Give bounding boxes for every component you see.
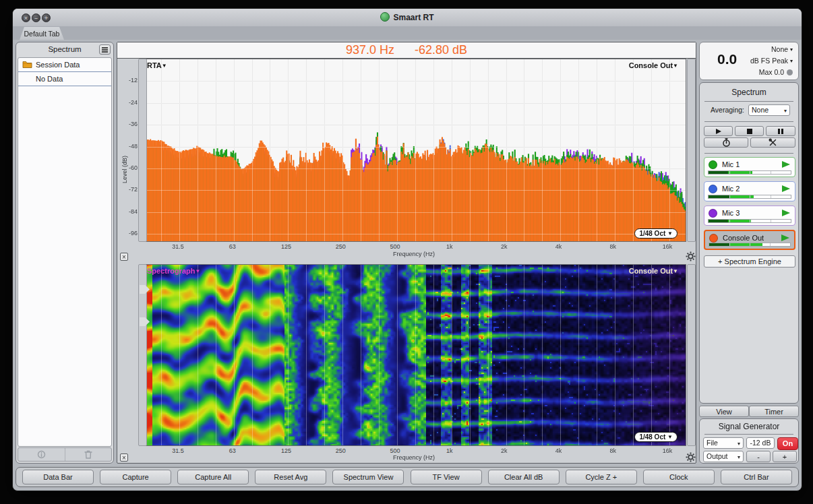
x-tick-label: 250 <box>336 243 346 250</box>
peak-indicator-icon[interactable] <box>787 69 793 75</box>
play-button[interactable] <box>704 126 733 136</box>
tools-button[interactable] <box>750 137 795 148</box>
pause-icon <box>781 129 783 134</box>
chevron-down-icon: ▾ <box>737 452 740 462</box>
tf-view-button[interactable]: TF View <box>411 470 482 484</box>
rta-right-scrollbar[interactable] <box>687 59 696 242</box>
x-tick-label: 250 <box>336 447 346 454</box>
rta-left-track[interactable] <box>138 59 147 242</box>
quick-access-bar: Data BarCaptureCapture AllReset AvgSpect… <box>16 467 799 487</box>
meter-max: Max 0.0 <box>759 68 793 76</box>
x-tick-label: 16k <box>663 243 673 250</box>
spectrum-view-button[interactable]: Spectrum View <box>332 470 404 484</box>
app-title: Smaart RT <box>13 12 802 22</box>
graph-area: 937.0 Hz -62.80 dB RTA▼ Console Out▼ 1/4… <box>117 42 696 464</box>
x-tick-label: 31.5 <box>172 243 184 250</box>
channel-strip-mic-3[interactable]: Mic 3 <box>704 206 795 226</box>
spectrograph-settings-gear-icon[interactable] <box>686 452 696 462</box>
spectrograph-trace-selector[interactable]: Console Out▼ <box>629 267 678 275</box>
y-tick-label: -12 <box>117 77 138 84</box>
clock-button[interactable]: Clock <box>643 470 715 484</box>
channel-strip-mic-1[interactable]: Mic 1 <box>704 157 795 177</box>
y-tick-label: -84 <box>117 208 138 215</box>
channel-active-arrow-icon[interactable] <box>782 161 790 168</box>
view-button[interactable]: View <box>699 406 749 417</box>
generator-on-button[interactable]: On <box>777 437 798 450</box>
rta-x-axis-label: Frequency (Hz) <box>393 251 435 257</box>
channel-strip-mic-2[interactable]: Mic 2 <box>704 181 795 201</box>
delete-button[interactable] <box>65 448 112 461</box>
list-item-no-data[interactable]: No Data <box>18 72 111 86</box>
channel-strip-console-out[interactable]: Console Out <box>704 230 795 250</box>
tab-default[interactable]: Default Tab <box>20 27 64 40</box>
data-library-header: Spectrum <box>16 42 113 57</box>
spectrograph-plot[interactable] <box>142 264 686 446</box>
generator-level-field[interactable]: -12 dB <box>746 437 775 449</box>
channel-level-meter <box>709 243 791 247</box>
x-tick-label: 500 <box>390 447 400 454</box>
content-area: Spectrum Session Data No Data <box>13 40 802 466</box>
rta-plot[interactable] <box>142 59 686 242</box>
rta-type-selector[interactable]: RTA▼ <box>147 61 167 69</box>
meter-unit-selector[interactable]: dB FS Peak ▾ <box>750 57 793 65</box>
rta-trace-selector[interactable]: Console Out▼ <box>629 61 678 69</box>
cursor-readout: 937.0 Hz -62.80 dB <box>117 42 696 59</box>
spectrograph-close-icon[interactable]: × <box>120 453 128 462</box>
rta-close-icon[interactable]: × <box>120 253 128 261</box>
chevron-down-icon: ▼ <box>195 268 201 274</box>
spectrum-panel-title: Spectrum <box>700 88 798 97</box>
rta-banding-selector[interactable]: 1/48 Oct ▼ <box>634 228 678 239</box>
rta-plot-canvas[interactable] <box>143 59 686 241</box>
signal-generator-title: Signal Generator <box>700 422 798 431</box>
capture-all-button[interactable]: Capture All <box>177 470 249 484</box>
data-library-list: Session Data No Data <box>18 57 112 447</box>
ctrl-bar-button[interactable]: Ctrl Bar <box>721 470 792 484</box>
chevron-down-icon: ▼ <box>673 268 678 274</box>
chevron-down-icon: ▼ <box>162 63 167 69</box>
folder-icon <box>22 61 32 69</box>
data-library-footer <box>18 447 112 462</box>
y-tick-label: -72 <box>117 186 138 193</box>
list-item-session-data[interactable]: Session Data <box>18 58 111 72</box>
y-tick-label: -36 <box>117 121 138 127</box>
spectrum-control-panel: Spectrum Averaging: None▾ Mic 1Mic 2Mic … <box>699 82 799 404</box>
cycle-z--button[interactable]: Cycle Z + <box>566 470 637 484</box>
spectrograph-type-selector[interactable]: Spectrograph▼ <box>147 267 200 275</box>
timer-button[interactable]: Timer <box>749 406 799 417</box>
data-bar-button[interactable]: Data Bar <box>22 470 94 484</box>
x-tick-label: 8k <box>609 243 616 250</box>
channel-color-icon <box>709 185 717 193</box>
pause-button[interactable] <box>766 126 795 136</box>
averaging-select[interactable]: None▾ <box>748 104 790 116</box>
add-spectrum-engine-button[interactable]: + Spectrum Engine <box>704 255 795 267</box>
channel-level-meter <box>708 195 791 199</box>
spectrograph-right-scrollbar[interactable] <box>687 264 696 446</box>
title-bar: × – + Smaart RT <box>13 9 802 27</box>
reset-avg-button[interactable]: Reset Avg <box>255 470 326 484</box>
stop-button[interactable] <box>735 126 764 136</box>
chevron-down-icon: ▾ <box>737 439 740 449</box>
generator-output-select[interactable]: Output▾ <box>703 451 744 462</box>
channel-active-arrow-icon[interactable] <box>782 210 790 216</box>
list-item-label: No Data <box>36 72 63 86</box>
spectrograph-canvas[interactable] <box>143 265 686 445</box>
generator-level-up-button[interactable]: + <box>773 451 797 462</box>
cursor-level: -62.80 dB <box>415 43 467 57</box>
rta-y-axis-label: Level (dB) <box>121 156 128 183</box>
spectrograph-x-axis-label: Frequency (Hz) <box>393 454 435 461</box>
meter-source-selector[interactable]: None ▾ <box>771 45 793 53</box>
info-button[interactable] <box>18 448 65 461</box>
capture-button[interactable]: Capture <box>100 470 171 484</box>
data-library-menu-icon[interactable] <box>99 44 111 55</box>
channel-name: Mic 1 <box>722 160 740 168</box>
generator-source-select[interactable]: File▾ <box>703 437 744 449</box>
rta-settings-gear-icon[interactable] <box>686 251 696 261</box>
play-icon <box>716 129 721 134</box>
generator-level-down-button[interactable]: - <box>746 451 771 462</box>
channel-active-arrow-icon[interactable] <box>781 234 789 241</box>
spectrograph-banding-selector[interactable]: 1/48 Oct ▼ <box>634 432 678 442</box>
timed-capture-button[interactable] <box>704 137 748 148</box>
clear-all-db-button[interactable]: Clear All dB <box>488 470 560 484</box>
chevron-down-icon: ▼ <box>667 434 673 440</box>
channel-active-arrow-icon[interactable] <box>782 185 790 192</box>
